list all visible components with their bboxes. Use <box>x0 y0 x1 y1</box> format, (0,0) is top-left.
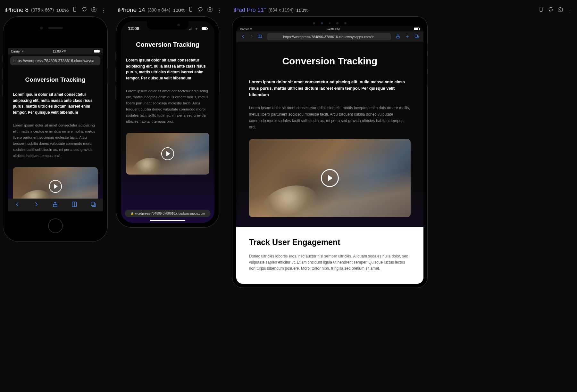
video-thumbnail[interactable] <box>249 139 411 217</box>
svg-rect-8 <box>540 7 542 12</box>
home-button[interactable] <box>48 218 63 233</box>
device-viewport[interactable]: Carrier ᯤ 12:08 PM https://wordpress-784… <box>236 26 423 284</box>
page-title: Conversion Tracking <box>249 56 411 67</box>
more-options-icon[interactable]: ⋮ <box>217 7 222 13</box>
device-dimensions: (375 x 667) <box>31 7 54 12</box>
status-bar: Carrier ᯤ 12:08 PM <box>236 26 423 31</box>
svg-point-7 <box>209 9 211 11</box>
back-icon[interactable] <box>241 34 245 40</box>
forward-icon[interactable] <box>249 34 253 40</box>
page-title: Conversion Tracking <box>126 41 209 48</box>
refresh-icon[interactable] <box>81 6 87 13</box>
device-zoom: 100% <box>56 7 69 13</box>
device-zoom: 100% <box>296 7 308 13</box>
rotate-device-icon[interactable] <box>538 6 544 13</box>
svg-rect-6 <box>208 8 212 11</box>
svg-rect-13 <box>415 35 417 37</box>
lead-paragraph: Lorem ipsum dolor sit amet consectetur a… <box>126 57 209 81</box>
tabs-icon[interactable] <box>90 201 96 209</box>
svg-rect-9 <box>558 8 563 11</box>
page-title: Conversion Tracking <box>13 76 98 83</box>
device-dimensions: (834 x 1194) <box>268 7 294 12</box>
play-icon[interactable] <box>321 169 339 187</box>
screenshot-icon[interactable] <box>207 6 213 13</box>
svg-point-10 <box>560 9 561 11</box>
safari-toolbar: 🔒wordpress-784896-3788616.cloudwaysapps.… <box>121 210 214 223</box>
device-viewport[interactable]: Carrier ᯤ 12:08 PM https://wordpress-784… <box>8 48 103 211</box>
svg-rect-1 <box>92 8 96 11</box>
device-header: iPhone 14 (390 x 844) 100% ⋮ <box>116 3 223 17</box>
svg-rect-11 <box>258 35 262 38</box>
share-icon[interactable] <box>396 34 400 40</box>
device-name: iPhone 14 <box>118 6 145 13</box>
rotate-device-icon[interactable] <box>72 6 78 13</box>
tabs-icon[interactable] <box>414 34 419 40</box>
more-options-icon[interactable]: ⋮ <box>567 7 573 13</box>
svg-rect-5 <box>189 7 192 12</box>
body-paragraph: Lorem ipsum dolor sit amet consectetur a… <box>126 88 209 125</box>
video-thumbnail[interactable] <box>126 133 209 175</box>
more-options-icon[interactable]: ⋮ <box>101 7 106 13</box>
status-bar: Carrier ᯤ 12:08 PM <box>8 48 103 54</box>
lead-paragraph: Lorem ipsum dolor sit amet consectetur a… <box>13 92 98 115</box>
phone-frame: 12:08 ᯤ Conversion Tracking Lorem ipsum … <box>116 17 219 227</box>
lead-paragraph: Lorem ipsum dolor sit amet consectetur a… <box>249 79 411 98</box>
address-bar[interactable]: https://wordpress-784896-3788616.cloudwa… <box>267 33 391 40</box>
bookmarks-icon[interactable] <box>71 201 78 209</box>
refresh-icon[interactable] <box>197 6 203 13</box>
section-body: Donec ultricies lobortis eros, nec aucto… <box>249 253 411 272</box>
body-paragraph: Lorem ipsum dolor sit amet consectetur a… <box>249 105 411 130</box>
device-zoom: 100% <box>173 7 185 13</box>
new-tab-icon[interactable] <box>405 34 410 40</box>
svg-rect-4 <box>91 202 95 206</box>
address-bar[interactable]: https://wordpress-784896-3788616.cloudwa… <box>10 56 100 65</box>
screenshot-icon[interactable] <box>91 6 97 13</box>
phone-frame: Carrier ᯤ 12:08 PM https://wordpress-784… <box>3 17 107 241</box>
forward-icon[interactable] <box>33 201 39 209</box>
device-ipad: iPad Pro 11" (834 x 1194) 100% ⋮ Carrier… <box>232 3 574 288</box>
device-header: iPad Pro 11" (834 x 1194) 100% ⋮ <box>232 3 574 17</box>
tablet-frame: Carrier ᯤ 12:08 PM https://wordpress-784… <box>232 17 427 288</box>
svg-rect-0 <box>73 7 76 12</box>
rotate-device-icon[interactable] <box>188 6 194 13</box>
device-iphone8: iPhone 8 (375 x 667) 100% ⋮ Carrier ᯤ 12… <box>3 3 107 241</box>
device-dimensions: (390 x 844) <box>148 7 171 12</box>
status-time: 12:08 PM <box>53 50 66 53</box>
status-time: 12:08 <box>128 26 139 31</box>
sidebar-icon[interactable] <box>257 34 262 40</box>
share-icon[interactable] <box>52 201 58 209</box>
address-bar[interactable]: 🔒wordpress-784896-3788616.cloudwaysapps.… <box>125 210 211 217</box>
back-icon[interactable] <box>14 201 21 209</box>
content-section: Track User Engagement Donec ultricies lo… <box>236 227 423 284</box>
device-name: iPhone 8 <box>4 6 29 13</box>
refresh-icon[interactable] <box>548 6 554 13</box>
section-title: Track User Engagement <box>249 238 411 247</box>
device-viewport[interactable]: 12:08 ᯤ Conversion Tracking Lorem ipsum … <box>121 21 214 223</box>
svg-point-2 <box>93 9 95 11</box>
status-time: 12:08 PM <box>327 27 340 30</box>
body-paragraph: Lorem ipsum dolor sit amet consectetur a… <box>13 122 98 159</box>
device-iphone14: iPhone 14 (390 x 844) 100% ⋮ 12:08 ᯤ Con… <box>116 3 223 227</box>
lock-icon: 🔒 <box>130 212 134 215</box>
home-indicator[interactable] <box>150 220 185 221</box>
safari-toolbar <box>8 199 103 211</box>
device-header: iPhone 8 (375 x 667) 100% ⋮ <box>3 3 107 17</box>
safari-toolbar: https://wordpress-784896-3788616.cloudwa… <box>236 31 423 42</box>
play-icon[interactable] <box>49 180 62 193</box>
play-icon[interactable] <box>161 147 174 160</box>
device-name: iPad Pro 11" <box>234 7 266 13</box>
screenshot-icon[interactable] <box>557 6 563 13</box>
